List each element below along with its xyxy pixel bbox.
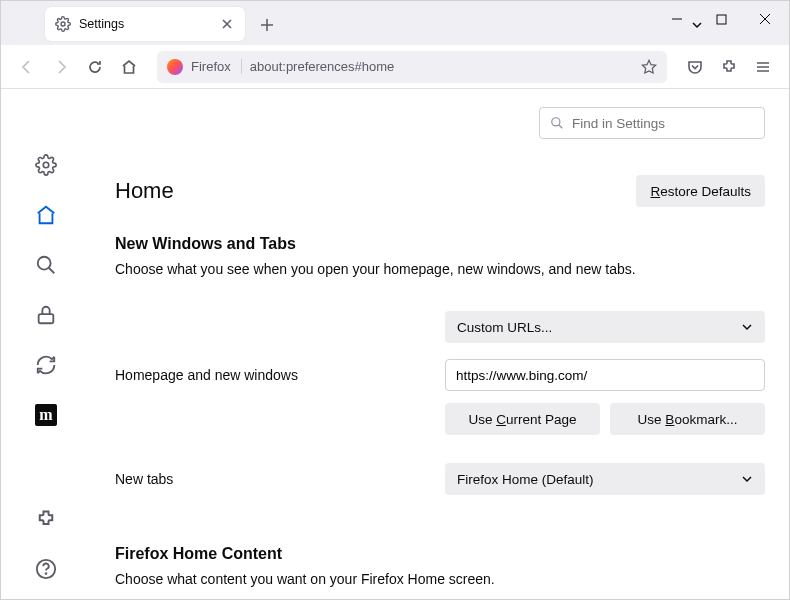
section-new-windows-desc: Choose what you see when you open your h…: [115, 261, 765, 277]
restore-defaults-button[interactable]: Restore Defaults: [636, 175, 765, 207]
homepage-mode-dropdown[interactable]: Custom URLs...: [445, 311, 765, 343]
minimize-button[interactable]: [655, 1, 699, 37]
settings-sidebar: m: [1, 89, 91, 599]
use-current-page-button[interactable]: Use Current Page: [445, 403, 600, 435]
tab-strip: Settings: [1, 1, 789, 45]
active-tab[interactable]: Settings: [45, 7, 245, 41]
nav-toolbar: Firefox about:preferences#home: [1, 45, 789, 89]
section-home-content-title: Firefox Home Content: [115, 545, 765, 563]
sidebar-item-sync[interactable]: [32, 351, 60, 379]
svg-marker-2: [642, 60, 655, 73]
address-bar[interactable]: Firefox about:preferences#home: [157, 51, 667, 83]
use-bookmark-button[interactable]: Use Bookmark...: [610, 403, 765, 435]
svg-point-0: [61, 22, 65, 26]
sidebar-item-general[interactable]: [32, 151, 60, 179]
app-menu-button[interactable]: [747, 51, 779, 83]
forward-button[interactable]: [45, 51, 77, 83]
gear-icon: [55, 16, 71, 32]
extensions-button[interactable]: [713, 51, 745, 83]
reload-button[interactable]: [79, 51, 111, 83]
firefox-logo-icon: [167, 59, 183, 75]
sidebar-item-support[interactable]: [32, 555, 60, 583]
homepage-url-input[interactable]: [445, 359, 765, 391]
close-tab-button[interactable]: [219, 16, 235, 32]
tab-title: Settings: [79, 17, 211, 31]
sidebar-item-home[interactable]: [32, 201, 60, 229]
svg-point-3: [43, 162, 49, 168]
new-tab-button[interactable]: [253, 11, 281, 39]
section-new-windows-title: New Windows and Tabs: [115, 235, 765, 253]
svg-rect-1: [717, 15, 726, 24]
svg-point-8: [552, 118, 560, 126]
main-content: Find in Settings Home Restore Defaults N…: [91, 89, 789, 599]
newtabs-dropdown[interactable]: Firefox Home (Default): [445, 463, 765, 495]
identity-label: Firefox: [191, 59, 242, 74]
page-title: Home: [115, 178, 174, 204]
maximize-button[interactable]: [699, 1, 743, 37]
newtabs-label: New tabs: [115, 471, 445, 487]
url-text: about:preferences#home: [250, 59, 633, 74]
close-window-button[interactable]: [743, 1, 787, 37]
search-placeholder: Find in Settings: [572, 116, 665, 131]
section-home-content-desc: Choose what content you want on your Fir…: [115, 571, 765, 587]
sidebar-item-extensions[interactable]: [32, 505, 60, 533]
svg-point-4: [38, 257, 51, 270]
home-button[interactable]: [113, 51, 145, 83]
pocket-button[interactable]: [679, 51, 711, 83]
back-button[interactable]: [11, 51, 43, 83]
sidebar-item-search[interactable]: [32, 251, 60, 279]
svg-rect-5: [39, 314, 54, 323]
sidebar-item-privacy[interactable]: [32, 301, 60, 329]
svg-point-7: [46, 573, 47, 574]
homepage-label: Homepage and new windows: [115, 367, 445, 383]
search-settings-input[interactable]: Find in Settings: [539, 107, 765, 139]
star-icon[interactable]: [641, 59, 657, 75]
more-from-mozilla-icon: m: [35, 404, 57, 426]
sidebar-item-more[interactable]: m: [32, 401, 60, 429]
